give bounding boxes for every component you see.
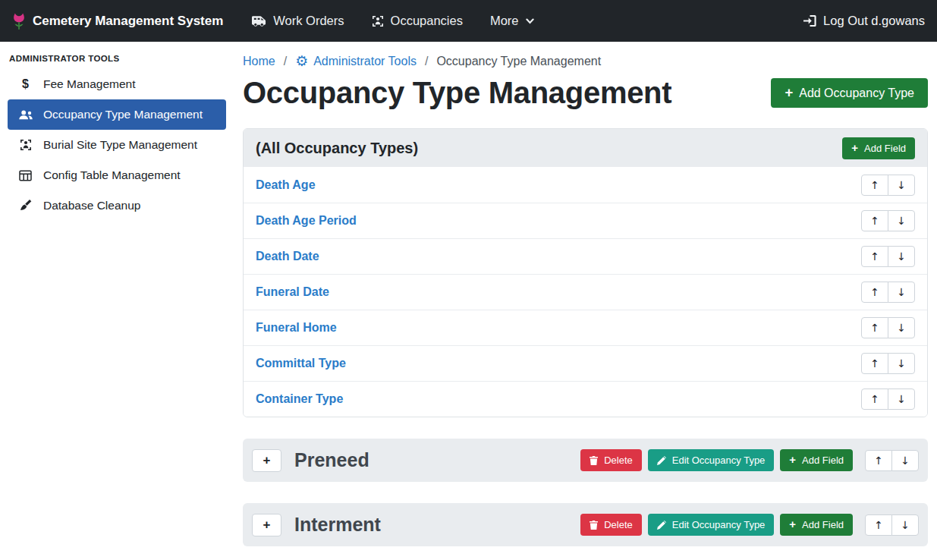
expand-section-button[interactable]: + <box>252 514 281 536</box>
add-field-button[interactable]: + Add Field <box>780 514 853 536</box>
field-link[interactable]: Funeral Home <box>256 321 337 335</box>
sidebar: Administrator Tools $ Fee Management Occ… <box>0 42 234 560</box>
breadcrumb-home[interactable]: Home <box>243 55 275 68</box>
person-frame-icon <box>372 15 384 27</box>
edit-occupancy-type-button[interactable]: Edit Occupancy Type <box>648 449 775 471</box>
arrow-down-icon: ↓ <box>897 393 906 405</box>
breadcrumb-admin-tools[interactable]: ⚙ Administrator Tools <box>295 54 417 68</box>
section-title: Preneed <box>294 449 369 471</box>
logout-label: Log Out d.gowans <box>823 14 925 28</box>
move-down-button[interactable]: ↓ <box>888 175 915 196</box>
sidebar-item-occupancy-type-management[interactable]: Occupancy Type Management <box>8 99 226 130</box>
sidebar-heading: Administrator Tools <box>0 46 234 69</box>
reorder-button-group: ↑ ↓ <box>861 210 915 231</box>
move-up-button[interactable]: ↑ <box>865 450 892 471</box>
navbar-links: Work Orders Occupancies More <box>252 14 533 28</box>
edit-occupancy-type-label: Edit Occupancy Type <box>672 455 766 466</box>
sidebar-item-label: Burial Site Type Management <box>43 138 197 152</box>
add-field-button[interactable]: + Add Field <box>780 449 853 471</box>
delete-label: Delete <box>604 455 633 466</box>
field-row: Funeral Date ↑ ↓ <box>244 274 927 310</box>
all-occupancy-types-card: (All Occupancy Types) + Add Field Death … <box>243 128 928 417</box>
title-row: Occupancy Type Management + Add Occupanc… <box>243 76 928 110</box>
move-up-button[interactable]: ↑ <box>861 246 888 267</box>
field-row: Committal Type ↑ ↓ <box>244 345 927 381</box>
plus-icon: + <box>785 86 793 99</box>
section-title: Interment <box>294 514 381 536</box>
users-icon <box>17 109 33 121</box>
reorder-button-group: ↑ ↓ <box>861 389 915 410</box>
logout-icon <box>803 15 816 27</box>
breadcrumb-admin-tools-label: Administrator Tools <box>313 55 417 68</box>
field-row: Death Age Period ↑ ↓ <box>244 203 927 238</box>
move-up-button[interactable]: ↑ <box>861 317 888 338</box>
move-down-button[interactable]: ↓ <box>888 210 915 231</box>
nav-work-orders-label: Work Orders <box>273 14 344 28</box>
move-down-button[interactable]: ↓ <box>888 389 915 410</box>
field-link[interactable]: Death Date <box>256 250 319 263</box>
field-row: Funeral Home ↑ ↓ <box>244 310 927 345</box>
arrow-up-icon: ↑ <box>870 393 879 405</box>
occupancy-type-section-interment: + Interment Delete Edit Occupancy Type +… <box>243 503 928 546</box>
trash-icon <box>590 456 598 465</box>
reorder-button-group: ↑ ↓ <box>865 450 919 471</box>
nav-occupancies-label: Occupancies <box>391 14 463 28</box>
field-row: Death Age ↑ ↓ <box>244 167 927 203</box>
add-field-label: Add Field <box>802 455 844 466</box>
sidebar-item-config-table-management[interactable]: Config Table Management <box>8 160 226 190</box>
move-down-button[interactable]: ↓ <box>888 317 915 338</box>
move-up-button[interactable]: ↑ <box>861 389 888 410</box>
add-field-button[interactable]: + Add Field <box>842 137 915 159</box>
move-down-button[interactable]: ↓ <box>891 450 919 471</box>
sidebar-item-database-cleanup[interactable]: Database Cleanup <box>8 190 226 221</box>
logout-link[interactable]: Log Out d.gowans <box>803 14 925 28</box>
move-down-button[interactable]: ↓ <box>888 246 915 267</box>
field-link[interactable]: Committal Type <box>256 357 346 370</box>
breadcrumb-current: Occupancy Type Management <box>436 55 601 68</box>
sidebar-item-fee-management[interactable]: $ Fee Management <box>8 69 226 99</box>
nav-more-label: More <box>490 14 519 28</box>
move-up-button[interactable]: ↑ <box>865 514 892 536</box>
move-down-button[interactable]: ↓ <box>891 514 919 536</box>
field-link[interactable]: Funeral Date <box>256 285 329 299</box>
person-frame-icon <box>17 139 33 151</box>
plus-icon: + <box>263 518 271 533</box>
gear-icon: ⚙ <box>295 54 308 68</box>
plus-icon: + <box>851 143 858 154</box>
delete-button[interactable]: Delete <box>580 449 642 471</box>
move-up-button[interactable]: ↑ <box>861 210 888 231</box>
field-link[interactable]: Container Type <box>256 392 343 406</box>
nav-occupancies[interactable]: Occupancies <box>372 14 463 28</box>
breadcrumb-separator: / <box>425 55 428 68</box>
arrow-down-icon: ↓ <box>897 357 906 370</box>
move-up-button[interactable]: ↑ <box>861 175 888 196</box>
move-up-button[interactable]: ↑ <box>861 282 888 303</box>
sidebar-item-burial-site-type-management[interactable]: Burial Site Type Management <box>8 130 226 160</box>
edit-occupancy-type-button[interactable]: Edit Occupancy Type <box>648 514 775 536</box>
move-down-button[interactable]: ↓ <box>888 282 915 303</box>
occupancy-type-section-preneed: + Preneed Delete Edit Occupancy Type + A… <box>243 439 928 482</box>
delete-button[interactable]: Delete <box>580 514 642 536</box>
add-occupancy-type-button[interactable]: + Add Occupancy Type <box>771 78 928 107</box>
field-link[interactable]: Death Age <box>256 178 316 192</box>
tulip-logo-icon <box>12 12 26 30</box>
reorder-button-group: ↑ ↓ <box>861 353 915 374</box>
field-link[interactable]: Death Age Period <box>256 214 357 228</box>
move-up-button[interactable]: ↑ <box>861 353 888 374</box>
reorder-button-group: ↑ ↓ <box>861 317 915 338</box>
nav-more[interactable]: More <box>490 14 534 28</box>
table-icon <box>17 170 33 181</box>
nav-work-orders[interactable]: Work Orders <box>252 14 344 28</box>
arrow-up-icon: ↑ <box>874 455 883 467</box>
sidebar-item-label: Config Table Management <box>43 168 181 182</box>
app-brand[interactable]: Cemetery Management System <box>12 12 223 30</box>
field-rows: Death Age ↑ ↓ Death Age Period ↑ ↓ Death… <box>244 167 927 417</box>
edit-occupancy-type-label: Edit Occupancy Type <box>672 519 766 530</box>
pencil-icon <box>657 456 666 465</box>
expand-section-button[interactable]: + <box>252 449 281 472</box>
move-down-button[interactable]: ↓ <box>888 353 915 374</box>
arrow-up-icon: ↑ <box>870 179 879 191</box>
sidebar-items: $ Fee Management Occupancy Type Manageme… <box>0 69 234 221</box>
arrow-up-icon: ↑ <box>870 286 879 298</box>
add-occupancy-type-label: Add Occupancy Type <box>799 87 914 100</box>
